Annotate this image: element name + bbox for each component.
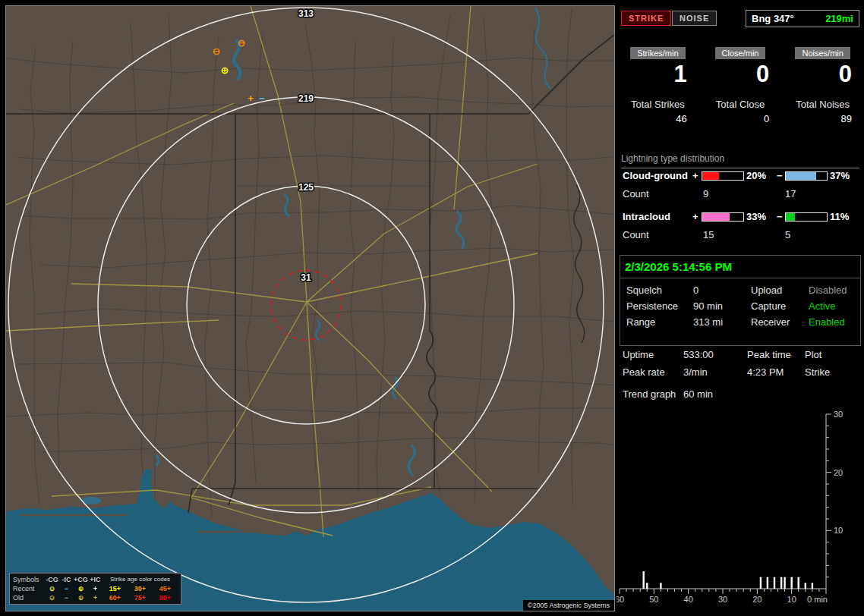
cg-minus-bar [785, 171, 828, 181]
trend-y-tick: 10 [834, 526, 843, 535]
cg-minus-count: 17 [785, 188, 796, 200]
legend-symbol-glyph: + [88, 593, 102, 602]
rate-values-row: 1 0 0 [616, 61, 864, 88]
legend-age-value: 90+ [153, 593, 178, 602]
trend-x-tick: 20 [752, 595, 762, 604]
ic-minus-pct: 11% [830, 211, 849, 222]
settings-row: Range 313 mi Receiver Enabled [620, 316, 860, 330]
receiver-status: Enabled [809, 316, 845, 328]
legend-symbol-glyph: + [88, 584, 102, 593]
strike-marker: − [259, 93, 265, 104]
legend-column-header: +IC [88, 575, 102, 584]
peak-time-label: Peak time [747, 349, 791, 360]
ic-plus-bar [702, 212, 744, 222]
ic-minus-count: 5 [785, 229, 790, 240]
trend-x-tick: 0 min [807, 595, 828, 604]
total-noises-value: 89 [781, 113, 864, 124]
ic-plus-count: 15 [703, 229, 714, 240]
legend-column-header: -CG [45, 575, 59, 584]
total-close-label: Total Close [699, 99, 782, 110]
trend-x-tick: 30 [718, 595, 727, 604]
trend-bar [646, 583, 648, 589]
upload-label: Upload [751, 284, 782, 296]
range-label: Range [626, 316, 655, 328]
legend-row-label: Recent [13, 584, 45, 593]
settings-row: Squelch 0 Upload Disabled [620, 284, 860, 298]
legend-symbol-glyph: ⊖ [45, 584, 59, 593]
lightning-map[interactable]: 313 219 125 31 ⊖⊖⊕+− Symbols-CG-IC+CG+IC… [5, 5, 615, 611]
total-strikes-label: Total Strikes [616, 99, 699, 110]
noises-per-min-label: Noises/min [795, 47, 850, 59]
plus-sign: + [692, 170, 698, 181]
plot-mode-value: Strike [805, 366, 830, 378]
count-label: Count [623, 188, 649, 200]
legend-symbol-glyph: − [59, 584, 74, 593]
copyright-label: ©2005 Astrogenic Systems [523, 600, 614, 611]
settings-row: Persistence 90 min Capture Active [620, 300, 860, 314]
legend-symbol-glyph: ⊕ [74, 593, 88, 602]
uptime-label: Uptime [623, 349, 654, 360]
status-row: Uptime 533:00 Peak time Plot [616, 349, 864, 363]
strike-marker: ⊕ [221, 64, 229, 76]
ring-label-outer: 313 [298, 8, 314, 19]
intracloud-label: Intracloud [623, 211, 670, 222]
legend-age-value: 75+ [128, 593, 153, 602]
noise-toggle-button[interactable]: NOISE [672, 11, 717, 26]
distribution-title: Lightning type distribution [621, 153, 859, 168]
totals-labels-row: Total Strikes Total Close Total Noises [616, 99, 864, 110]
total-close-value: 0 [699, 113, 782, 124]
cg-plus-pct: 20% [746, 170, 766, 181]
trend-bar [780, 577, 782, 589]
plus-sign: + [692, 211, 698, 222]
plot-label: Plot [805, 349, 821, 360]
count-label: Count [623, 229, 649, 240]
receiver-label: Receiver [751, 316, 790, 328]
bearing-distance: 219mi [825, 13, 853, 24]
capture-label: Capture [751, 300, 786, 312]
strike-toggle-button[interactable]: STRIKE [621, 11, 671, 26]
lightning-tracker-window: 313 219 125 31 ⊖⊖⊕+− Symbols-CG-IC+CG+IC… [0, 0, 864, 616]
bearing-display: Bng 347° 219mi [746, 10, 859, 27]
cloud-ground-row: Cloud-ground + 20% − 37% [616, 170, 864, 184]
trend-bar [791, 577, 793, 589]
trend-bar [643, 571, 645, 589]
ic-plus-pct: 33% [746, 211, 766, 222]
cloud-ground-label: Cloud-ground [623, 170, 688, 181]
trend-y-tick: 20 [834, 468, 843, 477]
trend-bar [784, 577, 785, 589]
squelch-value: 0 [693, 284, 698, 296]
upload-status: Disabled [809, 284, 847, 296]
legend-column-header: -IC [59, 575, 74, 584]
trend-graph-row: Trend graph 60 min [616, 388, 864, 402]
trend-bar [805, 583, 806, 589]
intracloud-count-row: Count 15 5 [616, 229, 864, 243]
strike-marker: ⊖ [238, 37, 246, 49]
trend-x-tick: 40 [684, 595, 693, 604]
total-noises-label: Total Noises [781, 99, 864, 110]
intracloud-row: Intracloud + 33% − 11% [616, 211, 864, 225]
trend-graph-window: 60 min [683, 388, 713, 400]
peak-rate-label: Peak rate [623, 366, 665, 378]
trend-x-tick: 60 [616, 595, 624, 604]
trend-x-tick: 50 [649, 595, 658, 604]
close-per-min-label: Close/min [715, 47, 766, 59]
cg-plus-count: 9 [703, 188, 708, 200]
range-value: 313 mi [693, 316, 723, 328]
status-panel: STRIKE NOISE Bng 347° 219mi Strikes/min … [616, 0, 864, 616]
legend-row-label: Old [13, 593, 45, 602]
persistence-value: 90 min [693, 300, 723, 312]
noises-per-min-value: 0 [781, 61, 864, 88]
squelch-label: Squelch [626, 284, 662, 296]
cg-plus-bar [702, 171, 744, 181]
trend-bar [760, 577, 762, 589]
legend-symbols-header: Symbols [13, 575, 45, 584]
rate-badges-row: Strikes/min Close/min Noises/min [616, 47, 864, 59]
legend-symbol-glyph: − [59, 593, 74, 602]
trend-x-tick: 10 [787, 595, 796, 604]
total-strikes-value: 46 [616, 113, 699, 124]
legend-symbol-glyph: ⊕ [74, 584, 88, 593]
ring-label-second: 125 [298, 182, 314, 193]
ring-label-inner: 31 [301, 272, 311, 283]
peak-rate-value: 3/min [683, 366, 708, 378]
cg-minus-pct: 37% [830, 170, 850, 181]
